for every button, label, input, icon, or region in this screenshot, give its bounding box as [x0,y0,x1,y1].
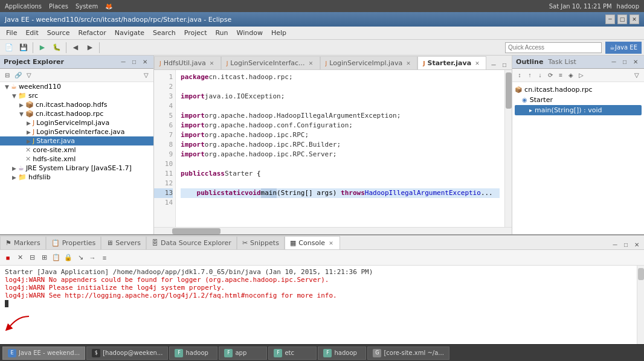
menu-window[interactable]: Window [233,28,266,38]
pe-menu-btn[interactable]: ▽ [141,71,151,80]
tree-item-loginimpl[interactable]: ▶ J LoginServiceImpl.java [0,118,153,127]
outline-maximize-btn[interactable]: □ [620,57,630,67]
editor-scrollbar[interactable] [504,70,512,227]
code-editor[interactable]: 1 2 3 4 5 6 7 8 9 10 11 12 13 14 [154,70,512,227]
taskbar-coresite[interactable]: G [core-site.xml ~/a... [367,347,449,360]
console-clear-btn[interactable]: ✕ [14,252,25,263]
forward-button[interactable]: ▶ [83,42,97,54]
save-button[interactable]: 💾 [17,42,30,54]
firefox-icon[interactable]: 🦊 [105,3,112,10]
outline-btn4[interactable]: ⟳ [546,71,555,80]
bottom-close-btn[interactable]: ✕ [632,240,642,249]
console-btn4[interactable]: ⊞ [39,252,50,263]
menu-edit[interactable]: Edit [22,28,42,38]
console-scrollbar-thumb[interactable] [638,268,644,280]
editor-maximize-btn[interactable]: □ [500,60,509,69]
console-btn7[interactable]: ↘ [75,252,86,263]
pe-maximize-btn[interactable]: □ [129,57,139,67]
pe-link-btn[interactable]: 🔗 [13,71,23,80]
menu-run[interactable]: Run [211,28,231,38]
tab-properties[interactable]: 📋 Properties [46,236,101,249]
tree-item-pkg-rpc[interactable]: ▼ 📦 cn.itcast.hadoop.rpc [0,109,153,118]
taskbar-etc[interactable]: F etc [268,347,317,360]
taskbar-app[interactable]: F app [219,347,267,360]
pe-close-btn[interactable]: ✕ [140,57,150,67]
tree-item-jre[interactable]: ▶ ☕ JRE System Library [JavaSE-1.7] [0,164,153,173]
console-content[interactable]: Starter [Java Application] /home/hadoop/… [0,266,637,354]
outline-btn3[interactable]: ↓ [535,71,545,80]
tab-logininterface-close[interactable]: ✕ [308,60,315,67]
menu-help[interactable]: Help [268,28,290,38]
code-content[interactable]: package cn.itcast.hadoop.rpc; import jav… [176,70,504,227]
tab-snippets[interactable]: ✂ Snippets [237,236,285,249]
outline-item-package[interactable]: 📦 cn.itcast.hadoop.rpc [515,85,642,95]
menu-project[interactable]: Project [181,28,211,38]
close-button[interactable]: ✕ [630,14,639,24]
quick-access-input[interactable] [505,42,602,53]
tab-console[interactable]: ▦ Console ✕ [285,236,340,249]
back-button[interactable]: ◀ [69,42,82,54]
console-scrollbar[interactable] [637,266,644,354]
tree-item-coresite[interactable]: ✕ core-site.xml [0,145,153,155]
outline-menu-btn[interactable]: ▽ [632,71,642,80]
outline-minimize-btn[interactable]: ─ [609,57,619,67]
outline-btn2[interactable]: ↑ [525,71,535,80]
outline-close-btn[interactable]: ✕ [631,57,640,67]
taskbar-terminal[interactable]: $ [hadoop@weeken... [86,347,168,360]
tab-servers[interactable]: 🖥 Servers [101,236,146,249]
debug-button[interactable]: 🐛 [50,42,63,54]
pe-filter-btn[interactable]: ▽ [24,71,34,80]
tasklist-title[interactable]: Task List [548,58,576,66]
run-button[interactable]: ▶ [36,42,49,54]
h-scrollbar-thumb[interactable] [172,228,221,234]
console-btn9[interactable]: ≡ [99,252,110,263]
menu-refactor[interactable]: Refactor [75,28,110,38]
pe-collapse-btn[interactable]: ⊟ [2,71,12,80]
outline-item-method[interactable]: ▸ main(String[]) : void [515,105,642,115]
menu-file[interactable]: File [2,28,21,38]
console-btn3[interactable]: ⊟ [27,252,37,263]
tab-hdfsutil-close[interactable]: ✕ [208,60,216,67]
outline-title[interactable]: Outline [516,58,543,66]
maximize-button[interactable]: □ [617,14,627,24]
tree-item-src[interactable]: ▼ 📁 src [0,91,153,100]
tab-console-close[interactable]: ✕ [327,240,335,247]
java-ee-button[interactable]: ☕ Java EE [605,42,642,54]
console-btn5[interactable]: 📋 [51,252,62,263]
outline-btn5[interactable]: ≡ [556,71,565,80]
tree-item-starter[interactable]: ▶ J Starter.java [0,136,153,145]
tab-logininterface[interactable]: J LoginServiceInterfac... ✕ [221,56,320,69]
taskbar-eclipse[interactable]: E Java EE - weekend... [2,347,85,360]
system-menu[interactable]: System [76,3,98,10]
tab-starter-close[interactable]: ✕ [474,60,481,67]
v-scrollbar-thumb[interactable] [506,72,512,109]
pe-minimize-btn[interactable]: ─ [118,57,128,67]
outline-btn6[interactable]: ◈ [566,71,576,80]
tab-starter[interactable]: J Starter.java ✕ [417,56,486,69]
tree-item-hdfslib[interactable]: ▶ 📁 hdfslib [0,173,153,182]
bottom-minimize-btn[interactable]: ─ [610,240,620,249]
menu-navigate[interactable]: Navigate [111,28,148,38]
h-scrollbar[interactable] [154,227,512,234]
tree-item-weekend110[interactable]: ▼ ☕ weekend110 [0,82,153,91]
taskbar-hadoop2[interactable]: F hadoop [318,347,366,360]
tree-item-hdfssite[interactable]: ✕ hdfs-site.xml [0,155,153,164]
console-btn8[interactable]: → [87,252,98,263]
menu-search[interactable]: Search [149,28,179,38]
tab-markers[interactable]: ⚑ Markers [0,236,46,249]
outline-btn1[interactable]: ↕ [515,71,524,80]
tab-loginimpl[interactable]: J LoginServiceImpl.java ✕ [320,56,418,69]
outline-btn7[interactable]: ▷ [576,71,586,80]
applications-menu[interactable]: Applications [5,3,42,10]
bottom-maximize-btn[interactable]: □ [621,240,631,249]
menu-source[interactable]: Source [43,28,74,38]
taskbar-hadoop[interactable]: F hadoop [169,347,217,360]
tree-item-pkg-hdfs[interactable]: ▶ 📦 cn.itcast.hadoop.hdfs [0,100,153,109]
tab-hdfsutil[interactable]: J HdfsUtil.java ✕ [154,56,221,69]
editor-minimize-btn[interactable]: ─ [489,60,498,69]
console-stop-btn[interactable]: ■ [2,252,13,263]
console-btn6[interactable]: 🔒 [63,252,74,263]
minimize-button[interactable]: ─ [605,14,615,24]
places-menu[interactable]: Places [49,3,68,10]
tab-loginimpl-close[interactable]: ✕ [405,60,412,67]
